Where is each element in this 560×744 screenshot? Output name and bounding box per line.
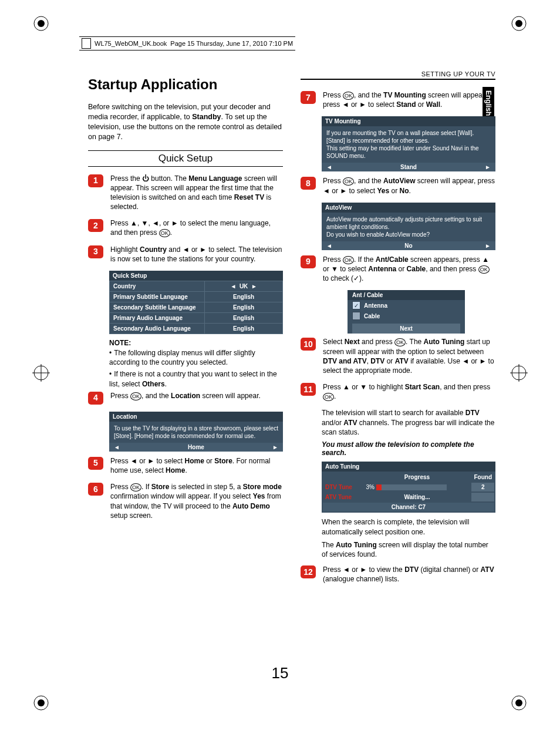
step-10: 10 Select Next and press OK. The Auto Tu… [301, 337, 495, 375]
step-number-icon: 1 [88, 174, 103, 187]
right-column: SETTING UP YOUR TV 7 Press OK, and the T… [301, 70, 495, 591]
step-number-icon: 4 [88, 392, 103, 405]
osd-selector: ◄Stand► [322, 163, 495, 171]
osd-title: AutoView [322, 203, 495, 213]
services-found-note: The Auto Tuning screen will display the … [322, 540, 495, 559]
osd-body: If you are mounting the TV on a wall ple… [322, 126, 495, 163]
ok-icon: OK [343, 92, 354, 100]
step-2: 2 Press ▲, ▼, ◄, or ► to select the menu… [88, 218, 283, 237]
ok-icon: OK [394, 338, 406, 346]
quick-setup-osd: Quick Setup Country◄ UK ► Primary Subtit… [109, 271, 283, 334]
osd-body: To use the TV for displaying in a store … [109, 422, 283, 443]
framemaker-header: WL75_WebOM_UK.book Page 15 Thursday, Jun… [79, 36, 295, 51]
step-number-icon: 8 [301, 177, 316, 190]
ok-icon: OK [343, 177, 354, 186]
step-number-icon: 11 [301, 383, 316, 396]
svg-point-3 [515, 20, 522, 27]
step-12: 12 Press ◄ or ► to view the DTV (digital… [301, 565, 495, 584]
note-heading: NOTE: [109, 339, 283, 347]
step-11: 11 Press ▲ or ▼ to highlight Start Scan,… [301, 382, 495, 401]
svg-point-13 [515, 699, 522, 706]
left-column: Startup Application Before switching on … [88, 70, 283, 591]
note-item: If there is not a country that you want … [109, 369, 283, 388]
next-button: Next [352, 324, 460, 334]
crop-mark-icon [510, 364, 528, 382]
ok-icon: OK [130, 392, 141, 400]
ok-icon: OK [323, 393, 334, 401]
step-number-icon: 12 [301, 565, 316, 578]
crop-mark-icon [510, 15, 528, 32]
step-7: 7 Press OK, and the TV Mounting screen w… [301, 90, 495, 109]
step-number-icon: 2 [88, 219, 103, 232]
step-number-icon: 3 [88, 245, 103, 258]
svg-point-1 [38, 20, 45, 27]
osd-body: AutoView mode automatically adjusts pict… [322, 213, 495, 241]
must-allow-note: You must allow the television to complet… [322, 440, 495, 457]
quick-setup-table: Country◄ UK ► Primary Subtitle LanguageE… [109, 281, 283, 334]
step-1: 1 Press the ⏻ button. The Menu Language … [88, 174, 283, 212]
checkbox-icon [352, 312, 360, 320]
ok-icon: OK [159, 229, 170, 237]
checkbox-icon: ✓ [352, 301, 360, 309]
step-8: 8 Press OK, and the AutoView screen will… [301, 176, 495, 195]
option-antenna: ✓Antenna [348, 300, 465, 311]
page-title: Startup Application [88, 76, 283, 93]
step-number-icon: 6 [88, 483, 103, 496]
osd-title: Ant / Cable [348, 290, 465, 300]
osd-title: TV Mounting [322, 116, 495, 126]
crop-mark-icon [32, 694, 50, 712]
ok-icon: OK [130, 483, 141, 491]
option-cable: Cable [348, 311, 465, 321]
ok-icon: OK [478, 265, 490, 274]
header-filename: WL75_WebOM_UK.book [95, 40, 167, 47]
location-osd: Location To use the TV for displaying in… [109, 412, 283, 452]
note-item: The following display menus will differ … [109, 348, 283, 367]
content-area: Startup Application Before switching on … [88, 70, 495, 591]
ok-icon: OK [343, 256, 354, 264]
power-icon: ⏻ [142, 174, 149, 183]
osd-title: Quick Setup [109, 271, 283, 281]
ant-cable-osd: Ant / Cable ✓Antenna Cable Next [348, 290, 465, 334]
step-5: 5 Press ◄ or ► to select Home or Store. … [88, 456, 283, 475]
step-9: 9 Press OK. If the Ant/Cable screen appe… [301, 255, 495, 284]
step-3: 3 Highlight Country and ◄ or ► to select… [88, 245, 283, 264]
osd-title: Auto Tuning [322, 462, 495, 472]
osd-title: Location [109, 412, 283, 422]
step-number-icon: 5 [88, 457, 103, 470]
step-number-icon: 10 [301, 338, 316, 351]
page: WL75_WebOM_UK.book Page 15 Thursday, Jun… [0, 0, 560, 744]
intro-text: Before switching on the television, put … [88, 102, 283, 142]
step-4: 4 Press OK, and the Location screen will… [88, 391, 283, 405]
osd-selector: ◄Home► [109, 443, 283, 452]
crop-mark-icon [510, 694, 528, 712]
step-number-icon: 9 [301, 255, 316, 268]
auto-tuning-osd: Auto Tuning ProgressFound DTV Tune 3% 2 … [322, 462, 495, 513]
section-header: SETTING UP YOUR TV [301, 70, 495, 80]
tv-mounting-osd: TV Mounting If you are mounting the TV o… [322, 116, 495, 171]
crop-mark-icon [32, 15, 50, 32]
step-number-icon: 7 [301, 91, 316, 104]
autoview-osd: AutoView AutoView mode automatically adj… [322, 203, 495, 250]
svg-point-11 [38, 699, 45, 706]
header-meta: Page 15 Thursday, June 17, 2010 7:10 PM [170, 40, 293, 47]
note-list: The following display menus will differ … [109, 348, 283, 389]
book-icon [82, 38, 91, 49]
quick-setup-heading: Quick Setup [88, 150, 283, 167]
page-number: 15 [0, 664, 560, 682]
scan-description: The television will start to search for … [322, 408, 495, 437]
step-6: 6 Press OK. If Store is selected in step… [88, 482, 283, 520]
crop-mark-icon [32, 364, 50, 382]
osd-selector: ◄No► [322, 241, 495, 250]
search-complete-note: When the search is complete, the televis… [322, 517, 495, 536]
tuning-progress-table: ProgressFound DTV Tune 3% 2 ATV Tune Wai… [322, 472, 495, 513]
